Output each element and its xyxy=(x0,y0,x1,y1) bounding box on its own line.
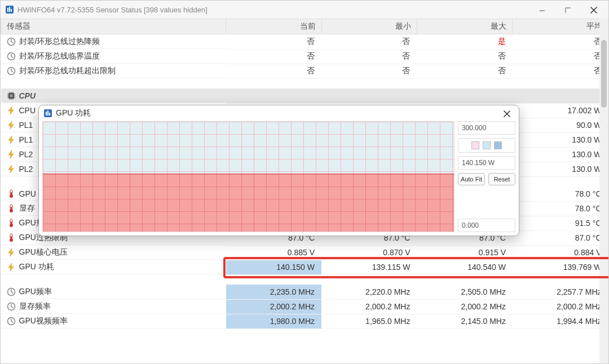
table-row[interactable]: GPU视频频率1,980.0 MHz1,965.0 MHz2,145.0 MHz… xyxy=(1,314,608,329)
bolt-icon xyxy=(7,263,16,272)
reset-button[interactable]: Reset xyxy=(488,173,515,185)
val-avg: 否 xyxy=(513,34,608,50)
val-min: 否 xyxy=(321,34,417,50)
table-row[interactable]: 封装/环形总线功耗超出限制否否否否 xyxy=(1,64,608,78)
val-min: 139.115 W xyxy=(321,260,417,274)
bolt-icon xyxy=(7,121,16,130)
val-avg: 17.002 W xyxy=(513,103,608,118)
val-avg: 78.0 °C xyxy=(513,201,608,216)
val-avg: 91.5 °C xyxy=(513,216,608,230)
col-current[interactable]: 当前 xyxy=(226,19,321,34)
legend-swatch xyxy=(471,141,479,149)
legend-swatch xyxy=(494,141,502,149)
chip-icon xyxy=(7,91,16,100)
close-button[interactable] xyxy=(580,1,606,19)
col-min[interactable]: 最小 xyxy=(321,19,417,34)
minimize-button[interactable] xyxy=(528,1,554,19)
thermo-icon xyxy=(7,233,16,242)
sensor-name: 封装/环形总线过热降频 xyxy=(19,37,100,47)
main-window: HWiNFO64 v7.72-5355 Sensor Status [398 v… xyxy=(0,0,609,364)
val-avg: 否 xyxy=(513,64,608,78)
val-current: 140.150 W xyxy=(226,260,321,274)
graph-fill xyxy=(43,174,454,232)
table-row[interactable]: GPU核心电压0.885 V0.870 V0.915 V0.884 V xyxy=(1,245,608,260)
clock-icon xyxy=(7,66,16,76)
app-icon xyxy=(5,5,14,14)
table-row[interactable]: 封装/环形总线过热降频否否是否 xyxy=(1,34,608,50)
popup-title: GPU 功耗 xyxy=(56,108,498,118)
row-gpu-power[interactable]: GPU 功耗 140.150 W 139.115 W 140.540 W 139… xyxy=(1,260,608,274)
val-max: 2,505.0 MHz xyxy=(417,285,512,299)
group-label: CPU xyxy=(19,91,36,100)
graph-legend xyxy=(458,138,515,153)
val-avg: 130.0 W xyxy=(513,132,608,147)
val-max: 否 xyxy=(417,64,512,78)
val-cur: 2,000.2 MHz xyxy=(226,299,321,314)
bolt-icon xyxy=(7,150,16,159)
sensor-name: 封装/环形总线功耗超出限制 xyxy=(19,66,116,76)
col-avg[interactable]: 平均 xyxy=(513,19,608,34)
val-avg: 78.0 °C xyxy=(513,187,608,201)
table-row[interactable]: GPU频率2,235.0 MHz2,220.0 MHz2,505.0 MHz2,… xyxy=(1,285,608,299)
sensor-name: 封装/环形总线临界温度 xyxy=(19,51,100,61)
app-icon xyxy=(43,109,52,118)
val-avg: 1,994.4 MHz xyxy=(513,314,608,329)
scrollbar[interactable] xyxy=(599,19,608,363)
val-cur: 2,235.0 MHz xyxy=(226,285,321,299)
graph-side-panel: 300.000 140.150 W Auto Fit Reset 0.000 xyxy=(458,121,515,232)
val-avg: 130.0 W xyxy=(513,162,608,176)
val-avg: 130.0 W xyxy=(513,147,608,162)
val-avg: 2,257.7 MHz xyxy=(513,285,608,299)
bolt-icon xyxy=(7,165,16,174)
graph-max-value: 300.000 xyxy=(458,121,515,135)
sensor-name: PL1 xyxy=(19,135,33,144)
col-max[interactable]: 最大 xyxy=(417,19,512,34)
sensor-name: 显存频率 xyxy=(19,301,51,312)
maximize-button[interactable] xyxy=(554,1,580,19)
clock-icon xyxy=(7,287,16,296)
sensor-name: PL2 xyxy=(19,165,33,174)
table-header[interactable]: 传感器 当前 最小 最大 平均 xyxy=(1,19,608,34)
table-row[interactable]: 显存频率2,000.2 MHz2,000.2 MHz2,000.2 MHz2,0… xyxy=(1,299,608,314)
clock-icon xyxy=(7,52,16,61)
val-cur: 否 xyxy=(226,34,321,50)
bolt-icon xyxy=(7,106,16,115)
clock-icon xyxy=(7,37,16,46)
val-max: 否 xyxy=(417,49,512,64)
thermo-icon xyxy=(7,204,16,213)
sensor-name: CPU xyxy=(19,106,36,115)
graph-min-value: 0.000 xyxy=(458,219,515,232)
scrollbar-thumb[interactable] xyxy=(601,40,607,108)
val-min: 否 xyxy=(321,64,417,78)
val-avg: 87.0 °C xyxy=(513,230,608,245)
clock-icon xyxy=(7,302,16,311)
sensor-name: GPU 功耗 xyxy=(19,262,54,272)
bolt-icon xyxy=(7,135,16,144)
popup-titlebar[interactable]: GPU 功耗 xyxy=(39,105,519,121)
val-avg: 2,000.2 MHz xyxy=(513,299,608,314)
val-avg: 0.884 V xyxy=(513,245,608,260)
val-max: 0.915 V xyxy=(417,245,512,260)
sensor-name: GPU频率 xyxy=(19,287,52,297)
titlebar[interactable]: HWiNFO64 v7.72-5355 Sensor Status [398 v… xyxy=(1,1,608,19)
val-min: 2,220.0 MHz xyxy=(321,285,417,299)
group-cpu[interactable]: CPU xyxy=(1,88,608,103)
col-sensor[interactable]: 传感器 xyxy=(1,19,226,34)
val-cur: 0.885 V xyxy=(226,245,321,260)
val-max: 140.540 W xyxy=(417,260,512,274)
val-cur: 否 xyxy=(226,64,321,78)
sensor-name: GPU视频频率 xyxy=(19,316,68,326)
thermo-icon xyxy=(7,219,16,228)
val-cur: 否 xyxy=(226,49,321,64)
graph-current-value: 140.150 W xyxy=(458,156,515,170)
table-row[interactable]: 封装/环形总线临界温度否否否否 xyxy=(1,49,608,64)
val-max: 是 xyxy=(417,34,512,50)
val-min: 1,965.0 MHz xyxy=(321,314,417,329)
val-avg: 否 xyxy=(513,49,608,64)
popup-graph-window[interactable]: GPU 功耗 300.000 140.150 W Auto Fit Reset xyxy=(38,105,519,236)
legend-swatch xyxy=(483,141,491,149)
thermo-icon xyxy=(7,189,16,198)
popup-close-button[interactable] xyxy=(498,105,514,121)
graph-area[interactable] xyxy=(42,121,454,232)
autofit-button[interactable]: Auto Fit xyxy=(458,173,485,185)
